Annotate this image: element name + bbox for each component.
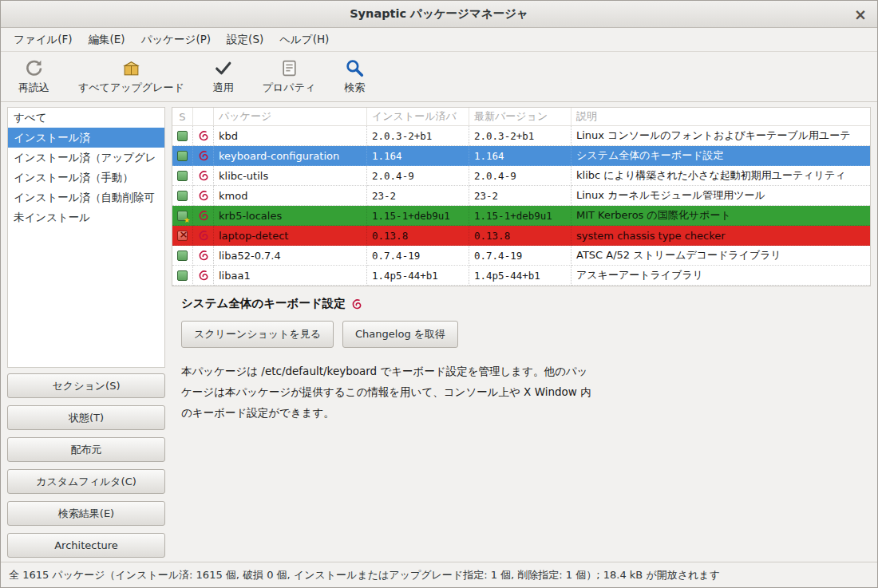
origin-cell [193, 226, 214, 246]
latest-version: 0.13.8 [469, 226, 571, 246]
details-pane: システム全体のキーボード設定 スクリーンショットを見る Changelog を取… [172, 286, 871, 558]
search-icon [345, 58, 365, 78]
status-cell [172, 126, 193, 146]
column-header-status[interactable]: S [172, 108, 193, 125]
latest-version: 1.164 [469, 146, 571, 166]
sidebar-button-architecture[interactable]: Architecture [7, 533, 165, 558]
menu-item-edit[interactable]: 編集(E) [81, 28, 133, 51]
filter-item[interactable]: インストール済（アップグレ [8, 148, 164, 168]
upgrade-all-label: すべてアップグレード [78, 81, 184, 95]
filter-item[interactable]: すべて [8, 108, 164, 128]
installed-version: 1.164 [367, 146, 469, 166]
apply-check-icon [213, 58, 233, 78]
menu-item-package[interactable]: パッケージ(P) [133, 28, 219, 51]
statusbar-text: 全 1615 パッケージ（インストール済: 1615 個, 破損 0 個, イン… [9, 568, 720, 582]
package-name: klibc-utils [214, 166, 367, 186]
filter-item[interactable]: インストール済 [8, 128, 164, 148]
sidebar-button-status[interactable]: 状態(T) [7, 405, 165, 430]
search-button[interactable]: 検索 [341, 57, 368, 97]
table-row[interactable]: kmod23-223-2Linux カーネルモジュール管理用ツール [172, 186, 870, 206]
package-description: klibc により構築された小さな起動初期用ユーティリティ [571, 166, 870, 186]
properties-button[interactable]: プロパティ [259, 57, 319, 97]
filter-item[interactable]: 未インストール [8, 207, 164, 227]
debian-swirl-icon [198, 210, 209, 221]
titlebar[interactable]: Synaptic パッケージマネージャ × [1, 1, 877, 28]
apply-label: 適用 [213, 81, 234, 95]
table-body: kbd2.0.3-2+b12.0.3-2+b1Linux コンソールのフォントお… [172, 126, 870, 286]
table-row[interactable]: laptop-detect0.13.80.13.8system chassis … [172, 226, 870, 246]
latest-version: 2.0.3-2+b1 [469, 126, 571, 146]
status-cell [172, 206, 193, 226]
origin-cell [193, 186, 214, 206]
main-area: すべてインストール済インストール済（アップグレインストール済（手動）インストール… [1, 102, 877, 562]
package-name: kbd [214, 126, 367, 146]
synaptic-window: Synaptic パッケージマネージャ × ファイル(F)編集(E)パッケージ(… [0, 0, 878, 588]
column-header-package[interactable]: パッケージ [214, 108, 367, 125]
column-header-installed-version[interactable]: インストール済バ [367, 108, 469, 125]
package-table: S パッケージ インストール済バ 最新バージョン 説明 kbd2.0.3-2+b… [172, 107, 871, 286]
package-description: Linux カーネルモジュール管理用ツール [571, 186, 870, 206]
package-name: keyboard-configuration [214, 146, 367, 166]
sidebar-button-custom-filters[interactable]: カスタムフィルタ(C) [7, 469, 165, 494]
sidebar-buttons: セクション(S)状態(T)配布元カスタムフィルタ(C)検索結果(E)Archit… [7, 373, 165, 558]
installed-version: 2.0.3-2+b1 [367, 126, 469, 146]
sidebar-button-origin[interactable]: 配布元 [7, 437, 165, 462]
installed-status-icon [177, 270, 188, 281]
latest-version: 0.7.4-19 [469, 246, 571, 266]
status-cell [172, 226, 193, 246]
debian-swirl-icon [198, 150, 209, 161]
reload-button[interactable]: 再読込 [15, 57, 53, 97]
debian-swirl-icon [198, 190, 209, 201]
origin-cell [193, 146, 214, 166]
origin-cell [193, 206, 214, 226]
latest-version: 1.4p5-44+b1 [469, 266, 571, 286]
table-row[interactable]: libaa11.4p5-44+b11.4p5-44+b1アスキーアートライブラリ [172, 266, 870, 286]
sidebar-button-sections[interactable]: セクション(S) [7, 373, 165, 398]
package-name: libaa1 [214, 266, 367, 286]
debian-swirl-icon [198, 130, 209, 141]
menubar: ファイル(F)編集(E)パッケージ(P)設定(S)ヘルプ(H) [1, 28, 877, 52]
statusbar: 全 1615 パッケージ（インストール済: 1615 個, 破損 0 個, イン… [1, 562, 877, 587]
status-cell [172, 246, 193, 266]
column-header-origin[interactable] [193, 108, 214, 125]
filter-item[interactable]: インストール済（自動削除可 [8, 187, 164, 207]
table-row[interactable]: liba52-0.7.40.7.4-190.7.4-19ATSC A/52 スト… [172, 246, 870, 266]
package-description: アスキーアートライブラリ [571, 266, 870, 286]
screenshot-button[interactable]: スクリーンショットを見る [181, 321, 334, 348]
sidebar-button-search-results[interactable]: 検索結果(E) [7, 501, 165, 526]
filter-list: すべてインストール済インストール済（アップグレインストール済（手動）インストール… [7, 107, 165, 368]
window-title: Synaptic パッケージマネージャ [350, 6, 528, 22]
table-row[interactable]: kbd2.0.3-2+b12.0.3-2+b1Linux コンソールのフォントお… [172, 126, 870, 146]
details-package-title: システム全体のキーボード設定 [181, 296, 346, 311]
table-row[interactable]: keyboard-configuration1.1641.164システム全体のキ… [172, 146, 870, 166]
filter-item[interactable]: インストール済（手動） [8, 168, 164, 187]
package-description: Linux コンソールのフォントおよびキーテーブル用ユーテ [571, 126, 870, 146]
apply-button[interactable]: 適用 [210, 57, 237, 97]
package-description: MIT Kerberos の国際化サポート [571, 206, 870, 226]
installed-version: 0.7.4-19 [367, 246, 469, 266]
latest-version: 1.15-1+deb9u1 [469, 206, 571, 226]
debian-swirl-icon [198, 270, 209, 281]
menu-item-help[interactable]: ヘルプ(H) [271, 28, 337, 51]
upgrade-all-icon [121, 58, 141, 78]
installed-version: 1.4p5-44+b1 [367, 266, 469, 286]
origin-cell [193, 126, 214, 146]
close-icon[interactable]: × [854, 6, 867, 22]
menu-item-file[interactable]: ファイル(F) [6, 28, 81, 51]
status-cell [172, 146, 193, 166]
table-row[interactable]: krb5-locales1.15-1+deb9u11.15-1+deb9u1MI… [172, 206, 870, 226]
menu-item-settings[interactable]: 設定(S) [219, 28, 271, 51]
debian-swirl-icon-slot [351, 298, 362, 310]
installed-version: 2.0.4-9 [367, 166, 469, 186]
table-row[interactable]: klibc-utils2.0.4-92.0.4-9klibc により構築された小… [172, 166, 870, 186]
column-header-description[interactable]: 説明 [571, 108, 870, 125]
table-header: S パッケージ インストール済バ 最新バージョン 説明 [172, 108, 870, 126]
installed-status-icon [177, 191, 188, 201]
installed-version: 0.13.8 [367, 226, 469, 246]
upgrade-all-button[interactable]: すべてアップグレード [75, 57, 188, 97]
origin-cell [193, 266, 214, 286]
installed-version: 1.15-1+deb9u1 [367, 206, 469, 226]
changelog-button[interactable]: Changelog を取得 [342, 321, 458, 348]
column-header-latest-version[interactable]: 最新バージョン [469, 108, 571, 125]
package-description-text: 本パッケージは /etc/default/keyboard でキーボード設定を管… [181, 361, 861, 423]
